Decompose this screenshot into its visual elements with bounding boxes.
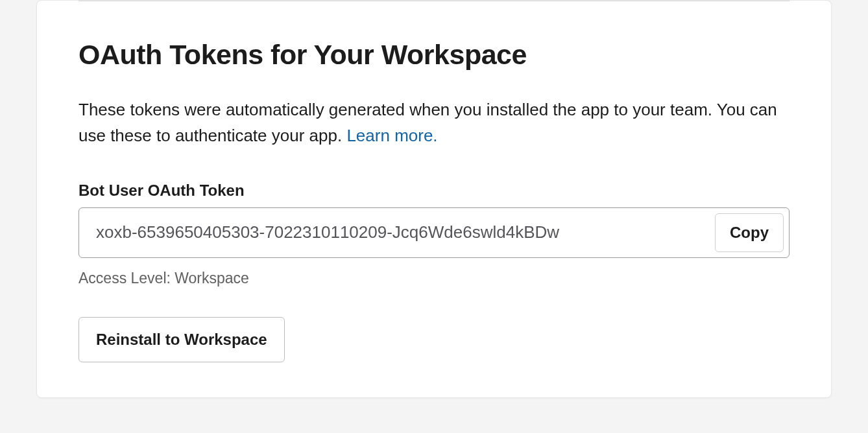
section-title: OAuth Tokens for Your Workspace bbox=[78, 39, 790, 71]
oauth-tokens-card: OAuth Tokens for Your Workspace These to… bbox=[36, 0, 832, 398]
access-level-text: Access Level: Workspace bbox=[78, 270, 790, 287]
learn-more-link[interactable]: Learn more. bbox=[346, 126, 437, 145]
bot-token-input[interactable] bbox=[84, 213, 715, 252]
copy-button[interactable]: Copy bbox=[715, 213, 784, 252]
token-field-label: Bot User OAuth Token bbox=[78, 181, 790, 200]
section-divider bbox=[78, 1, 790, 1]
section-description: These tokens were automatically generate… bbox=[78, 97, 790, 149]
token-input-row: Copy bbox=[78, 207, 790, 258]
reinstall-button[interactable]: Reinstall to Workspace bbox=[78, 317, 285, 362]
